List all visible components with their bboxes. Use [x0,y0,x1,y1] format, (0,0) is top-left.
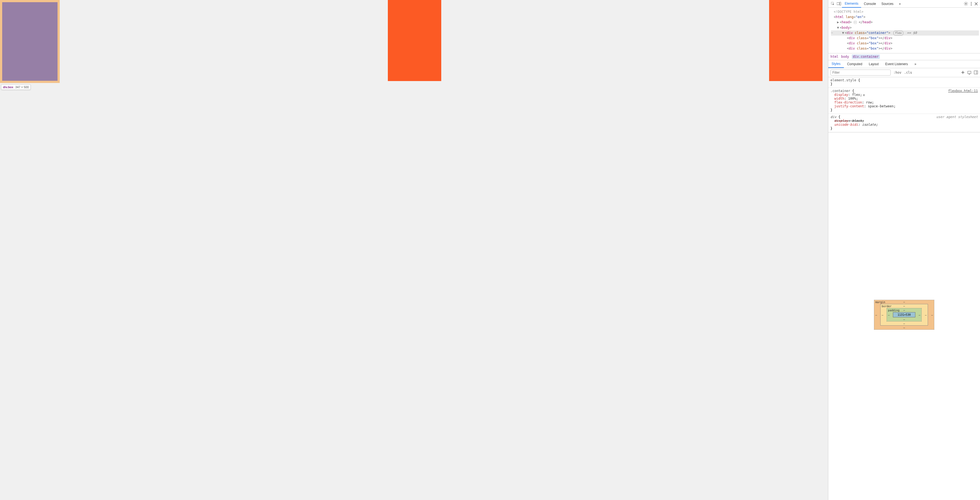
dom-html-open[interactable]: <html lang="en"> [831,14,979,20]
rule-div-ua[interactable]: user agent stylesheet div { display: blo… [828,114,980,132]
inspect-icon[interactable] [830,1,836,7]
new-style-rule-icon[interactable] [961,71,965,74]
svg-point-13 [971,3,972,4]
svg-point-12 [971,2,972,3]
inspected-box[interactable] [0,0,60,83]
page-viewport[interactable]: div.box 347 × 500 [0,0,828,500]
tabs-overflow[interactable]: » [896,0,904,7]
crumb-html[interactable]: html [830,55,838,59]
subtabs-overflow[interactable]: » [911,60,920,68]
box-model-border[interactable]: border – – – – padding – – – – 1131×530 [880,304,928,325]
subtab-layout[interactable]: Layout [865,60,882,68]
styles-filter-input[interactable] [830,70,891,76]
box-model[interactable]: margin – – – – border – – – – padding – [828,132,980,500]
hov-toggle[interactable]: :hov [893,71,901,75]
computed-styles-icon[interactable] [967,71,971,75]
devtools-panel: Elements Console Sources » <!DOCTYPE ht [828,0,980,500]
rule-container[interactable]: flexbox.html:11 .container { display: fl… [828,88,980,114]
device-toggle-icon[interactable] [836,1,842,7]
dom-doctype[interactable]: <!DOCTYPE html> [831,9,979,14]
box[interactable] [769,0,822,81]
svg-line-9 [967,5,967,5]
crumb-container[interactable]: div.container [852,54,880,59]
svg-line-10 [964,5,965,5]
dom-body-open[interactable]: ▼<body> [831,25,979,30]
element-tooltip: div.box 347 × 500 [1,84,31,90]
tooltip-dimensions: 347 × 500 [15,86,29,89]
ua-stylesheet-label: user agent stylesheet [936,115,978,119]
svg-line-11 [967,2,967,3]
container-preview [0,0,828,83]
styles-filter-row: :hov .cls [828,68,980,77]
dom-box-row[interactable]: <div class="box"></div> [831,36,979,41]
box-model-padding[interactable]: padding – – – – 1131×530 [886,308,922,321]
svg-rect-2 [840,2,841,5]
styles-subtabs: Styles Computed Layout Event Listeners » [828,60,980,68]
tab-console[interactable]: Console [861,0,879,7]
toggle-sidebar-icon[interactable] [974,71,978,74]
flex-editor-icon[interactable]: ▦ [863,94,864,96]
tooltip-selector: div.box [3,86,13,89]
dom-box-row[interactable]: <div class="box"></div> [831,41,979,46]
svg-rect-1 [837,2,840,5]
kebab-icon[interactable] [971,2,972,6]
rule-element-style[interactable]: element.style { } [828,77,980,88]
tab-sources[interactable]: Sources [879,0,896,7]
breadcrumb: html body div.container [828,53,980,60]
crumb-body[interactable]: body [841,55,849,59]
flex-badge[interactable]: flex [893,31,903,36]
box[interactable] [388,0,441,81]
gear-icon[interactable] [964,2,968,6]
dom-box-row[interactable]: <div class="box"></div> [831,46,979,51]
dom-head[interactable]: ▶<head> ⋯ </head> [831,20,979,25]
cls-toggle[interactable]: .cls [904,71,912,75]
dollar0-label: == $0 [907,31,917,35]
svg-point-3 [965,3,966,4]
tab-elements[interactable]: Elements [842,0,861,8]
devtools-topbar: Elements Console Sources » [828,0,980,8]
dom-container-row[interactable]: ⋯ ▼<div class="container"> flex == $0 [831,30,979,36]
subtab-styles[interactable]: Styles [828,60,844,68]
subtab-eventlisteners[interactable]: Event Listeners [882,60,911,68]
close-icon[interactable] [975,2,978,5]
svg-rect-22 [974,71,978,74]
box-model-content[interactable]: 1131×530 [893,312,915,317]
svg-point-14 [971,5,972,5]
svg-line-8 [964,2,965,3]
svg-rect-19 [968,71,971,74]
box-model-margin[interactable]: margin – – – – border – – – – padding – [874,300,934,330]
styles-pane[interactable]: element.style { } flexbox.html:11 .conta… [828,77,980,132]
dom-tree[interactable]: <!DOCTYPE html> <html lang="en"> ▶<head>… [828,8,980,53]
subtab-computed[interactable]: Computed [844,60,865,68]
rule-source-link[interactable]: flexbox.html:11 [948,89,978,93]
devtools-main-tabs: Elements Console Sources » [842,0,904,8]
